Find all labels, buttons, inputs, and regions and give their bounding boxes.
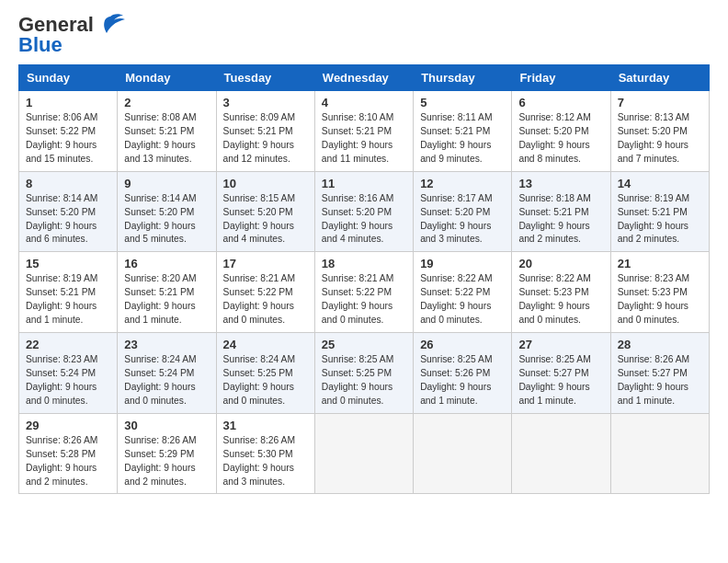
sunrise-text: Sunrise: 8:25 AM xyxy=(518,354,590,364)
daylight-text: Daylight: 9 hours and 6 minutes. xyxy=(26,221,97,245)
day-number: 21 xyxy=(618,257,702,270)
sunset-text: Sunset: 5:21 PM xyxy=(223,126,293,136)
day-number: 22 xyxy=(26,338,110,351)
header-monday: Monday xyxy=(118,65,216,91)
day-info: Sunrise: 8:17 AM Sunset: 5:20 PM Dayligh… xyxy=(420,192,505,247)
day-info: Sunrise: 8:10 AM Sunset: 5:21 PM Dayligh… xyxy=(322,111,406,167)
calendar-cell: 13 Sunrise: 8:18 AM Sunset: 5:21 PM Dayl… xyxy=(512,171,610,252)
calendar-cell: 15 Sunrise: 8:19 AM Sunset: 5:21 PM Dayl… xyxy=(19,252,118,333)
sunrise-text: Sunrise: 8:14 AM xyxy=(26,193,97,203)
day-number: 16 xyxy=(124,257,209,270)
header-tuesday: Tuesday xyxy=(216,65,314,91)
day-number: 18 xyxy=(322,257,406,270)
day-info: Sunrise: 8:26 AM Sunset: 5:29 PM Dayligh… xyxy=(124,434,209,489)
day-info: Sunrise: 8:19 AM Sunset: 5:21 PM Dayligh… xyxy=(618,192,702,247)
calendar-cell: 4 Sunrise: 8:10 AM Sunset: 5:21 PM Dayli… xyxy=(314,91,413,172)
calendar-cell: 5 Sunrise: 8:11 AM Sunset: 5:21 PM Dayli… xyxy=(414,91,512,172)
calendar-cell xyxy=(314,413,413,494)
day-number: 8 xyxy=(26,177,110,190)
day-info: Sunrise: 8:26 AM Sunset: 5:28 PM Dayligh… xyxy=(26,434,110,489)
calendar-cell: 25 Sunrise: 8:25 AM Sunset: 5:25 PM Dayl… xyxy=(314,333,413,414)
sunset-text: Sunset: 5:27 PM xyxy=(618,368,688,378)
day-number: 19 xyxy=(420,257,505,270)
day-number: 12 xyxy=(420,177,505,190)
day-info: Sunrise: 8:23 AM Sunset: 5:23 PM Dayligh… xyxy=(618,272,702,327)
daylight-text: Daylight: 9 hours and 0 minutes. xyxy=(322,301,392,325)
calendar-cell: 18 Sunrise: 8:21 AM Sunset: 5:22 PM Dayl… xyxy=(314,252,413,333)
day-info: Sunrise: 8:24 AM Sunset: 5:24 PM Dayligh… xyxy=(124,353,209,408)
day-info: Sunrise: 8:06 AM Sunset: 5:22 PM Dayligh… xyxy=(26,111,110,167)
daylight-text: Daylight: 9 hours and 13 minutes. xyxy=(124,140,195,164)
calendar-cell: 22 Sunrise: 8:23 AM Sunset: 5:24 PM Dayl… xyxy=(19,333,118,414)
header-wednesday: Wednesday xyxy=(314,65,413,91)
daylight-text: Daylight: 9 hours and 1 minute. xyxy=(420,382,491,406)
logo: General Blue xyxy=(18,15,125,55)
day-number: 15 xyxy=(26,257,110,270)
sunrise-text: Sunrise: 8:12 AM xyxy=(518,112,590,122)
sunset-text: Sunset: 5:25 PM xyxy=(322,368,392,378)
sunset-text: Sunset: 5:23 PM xyxy=(518,287,588,297)
daylight-text: Daylight: 9 hours and 4 minutes. xyxy=(322,221,392,245)
sunrise-text: Sunrise: 8:22 AM xyxy=(518,273,590,283)
calendar-cell: 26 Sunrise: 8:25 AM Sunset: 5:26 PM Dayl… xyxy=(414,333,512,414)
sunrise-text: Sunrise: 8:19 AM xyxy=(618,193,689,203)
calendar-cell xyxy=(512,413,610,494)
day-info: Sunrise: 8:11 AM Sunset: 5:21 PM Dayligh… xyxy=(420,111,505,167)
day-info: Sunrise: 8:23 AM Sunset: 5:24 PM Dayligh… xyxy=(26,353,110,408)
day-number: 25 xyxy=(322,338,406,351)
header-friday: Friday xyxy=(512,65,610,91)
sunrise-text: Sunrise: 8:06 AM xyxy=(26,112,97,122)
day-info: Sunrise: 8:13 AM Sunset: 5:20 PM Dayligh… xyxy=(618,111,702,167)
daylight-text: Daylight: 9 hours and 2 minutes. xyxy=(26,463,97,487)
sunset-text: Sunset: 5:27 PM xyxy=(518,368,588,378)
sunrise-text: Sunrise: 8:09 AM xyxy=(223,112,295,122)
sunrise-text: Sunrise: 8:24 AM xyxy=(223,354,295,364)
day-info: Sunrise: 8:16 AM Sunset: 5:20 PM Dayligh… xyxy=(322,192,406,247)
sunset-text: Sunset: 5:21 PM xyxy=(124,126,194,136)
calendar-cell: 29 Sunrise: 8:26 AM Sunset: 5:28 PM Dayl… xyxy=(19,413,118,494)
header-sunday: Sunday xyxy=(19,65,118,91)
sunrise-text: Sunrise: 8:17 AM xyxy=(420,193,492,203)
day-number: 24 xyxy=(223,338,308,351)
day-number: 20 xyxy=(518,257,603,270)
sunrise-text: Sunrise: 8:21 AM xyxy=(322,273,393,283)
sunrise-text: Sunrise: 8:23 AM xyxy=(618,273,689,283)
sunset-text: Sunset: 5:26 PM xyxy=(420,368,490,378)
day-info: Sunrise: 8:26 AM Sunset: 5:27 PM Dayligh… xyxy=(618,353,702,408)
daylight-text: Daylight: 9 hours and 0 minutes. xyxy=(518,301,589,325)
daylight-text: Daylight: 9 hours and 0 minutes. xyxy=(618,301,688,325)
daylight-text: Daylight: 9 hours and 7 minutes. xyxy=(618,140,688,164)
sunrise-text: Sunrise: 8:19 AM xyxy=(26,273,97,283)
calendar-cell: 1 Sunrise: 8:06 AM Sunset: 5:22 PM Dayli… xyxy=(19,91,118,172)
day-info: Sunrise: 8:25 AM Sunset: 5:27 PM Dayligh… xyxy=(518,353,603,408)
day-info: Sunrise: 8:21 AM Sunset: 5:22 PM Dayligh… xyxy=(322,272,406,327)
day-info: Sunrise: 8:09 AM Sunset: 5:21 PM Dayligh… xyxy=(223,111,308,167)
day-number: 17 xyxy=(223,257,308,270)
sunset-text: Sunset: 5:20 PM xyxy=(124,207,194,217)
day-info: Sunrise: 8:26 AM Sunset: 5:30 PM Dayligh… xyxy=(223,434,308,489)
sunset-text: Sunset: 5:20 PM xyxy=(618,126,688,136)
sunrise-text: Sunrise: 8:15 AM xyxy=(223,193,295,203)
daylight-text: Daylight: 9 hours and 0 minutes. xyxy=(223,382,294,406)
daylight-text: Daylight: 9 hours and 15 minutes. xyxy=(26,140,97,164)
sunset-text: Sunset: 5:21 PM xyxy=(618,207,688,217)
sunset-text: Sunset: 5:22 PM xyxy=(420,287,490,297)
calendar-cell: 20 Sunrise: 8:22 AM Sunset: 5:23 PM Dayl… xyxy=(512,252,610,333)
sunrise-text: Sunrise: 8:22 AM xyxy=(420,273,492,283)
day-number: 9 xyxy=(124,177,209,190)
daylight-text: Daylight: 9 hours and 3 minutes. xyxy=(420,221,491,245)
sunrise-text: Sunrise: 8:25 AM xyxy=(420,354,492,364)
sunset-text: Sunset: 5:24 PM xyxy=(26,368,96,378)
sunrise-text: Sunrise: 8:13 AM xyxy=(618,112,689,122)
sunset-text: Sunset: 5:23 PM xyxy=(618,287,688,297)
daylight-text: Daylight: 9 hours and 2 minutes. xyxy=(518,221,589,245)
day-info: Sunrise: 8:15 AM Sunset: 5:20 PM Dayligh… xyxy=(223,192,308,247)
sunrise-text: Sunrise: 8:16 AM xyxy=(322,193,393,203)
day-number: 31 xyxy=(223,419,308,432)
day-number: 14 xyxy=(618,177,702,190)
calendar-cell: 10 Sunrise: 8:15 AM Sunset: 5:20 PM Dayl… xyxy=(216,171,314,252)
header: General Blue xyxy=(18,15,710,55)
sunset-text: Sunset: 5:22 PM xyxy=(26,126,96,136)
daylight-text: Daylight: 9 hours and 1 minute. xyxy=(124,301,195,325)
calendar-cell: 14 Sunrise: 8:19 AM Sunset: 5:21 PM Dayl… xyxy=(610,171,709,252)
